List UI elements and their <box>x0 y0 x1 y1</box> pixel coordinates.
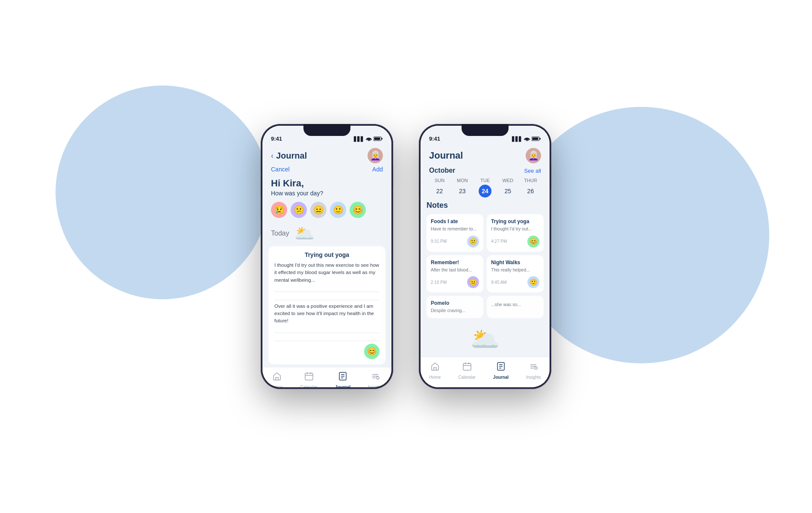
status-time-left: 9:41 <box>271 136 282 142</box>
svg-rect-9 <box>463 363 471 370</box>
note-walks-title: Night Walks <box>491 259 539 265</box>
nav-calendar-left[interactable]: Calendar <box>300 371 318 387</box>
day-tue[interactable]: TUE 24 <box>474 178 495 198</box>
day-name-mon: MON <box>457 178 468 183</box>
mood-happy[interactable]: 😊 <box>350 202 366 218</box>
cancel-button[interactable]: Cancel <box>271 166 290 173</box>
left-phone: 9:41 ▋▋▋ ‹ Journal <box>261 124 393 389</box>
status-icons-left: ▋▋▋ <box>354 136 383 142</box>
note-yoga-footer: 4:27 PM 😊 <box>491 236 539 248</box>
note-card-pomelo[interactable]: Pomelo Despite craving... <box>427 296 483 318</box>
notes-section: Notes Foods I ate Have to remember to...… <box>421 201 550 357</box>
day-thu[interactable]: THUR 26 <box>520 178 541 198</box>
journal-icon-right <box>496 362 506 374</box>
svg-rect-3 <box>305 373 313 380</box>
svg-point-11 <box>535 367 537 369</box>
day-name-sun: SUN <box>435 178 444 183</box>
nav-journal-label-left: Journal <box>335 385 350 387</box>
note-remember-title: Remember! <box>431 259 479 265</box>
nav-journal-right[interactable]: Journal <box>493 362 509 380</box>
bottom-nav-right: Home Calendar Journal <box>421 357 550 387</box>
see-all-button[interactable]: See all <box>524 168 541 174</box>
signal-icon-left: ▋▋▋ <box>354 136 364 142</box>
journal-icon-left <box>338 371 347 383</box>
note-foods-title: Foods I ate <box>431 218 479 224</box>
note-card-walks[interactable]: Night Walks This really helped... 9:45 A… <box>487 255 544 293</box>
note-yoga-time: 4:27 PM <box>491 239 507 244</box>
avatar-right[interactable]: 👩‍🦳 <box>526 148 541 163</box>
nav-insights-right[interactable]: Insights <box>526 362 541 380</box>
phone-vol-down-button-r <box>419 201 419 220</box>
svg-rect-7 <box>533 138 538 140</box>
mood-sad[interactable]: 😢 <box>271 202 287 218</box>
note-card-yoga[interactable]: Trying out yoga I thought I'd try out...… <box>487 214 544 252</box>
mood-unhappy[interactable]: 😕 <box>291 202 307 218</box>
calendar-icon-left <box>304 371 314 383</box>
note-title-left: Trying out yoga <box>274 251 380 258</box>
cloud-mascot-left: 🌥️ <box>294 224 315 243</box>
note-remember-preview: After the last blood... <box>431 267 479 273</box>
avatar-left[interactable]: 👩‍🦳 <box>368 148 383 163</box>
phone-vol-up-button <box>261 177 261 197</box>
phone-silent-button-r <box>419 158 419 171</box>
svg-rect-8 <box>540 138 541 140</box>
phone-power-button-r <box>551 167 551 188</box>
insights-icon-left <box>371 371 380 383</box>
left-journal-title: Journal <box>276 151 307 161</box>
nav-calendar-label-right: Calendar <box>458 375 476 380</box>
svg-point-5 <box>377 377 379 379</box>
day-num-mon: 23 <box>456 185 469 198</box>
left-header: ‹ Journal 👩‍🦳 <box>262 144 391 165</box>
note-foods-mood: 😕 <box>467 236 479 248</box>
calendar-icon-right <box>462 362 472 374</box>
right-phone-screen: 9:41 ▋▋▋ Journal 👩‍🦳 <box>421 126 550 387</box>
battery-icon-left <box>374 136 383 142</box>
note-line-2 <box>274 293 380 300</box>
mood-ok[interactable]: 🙂 <box>330 202 346 218</box>
nav-insights-left[interactable]: Insights <box>368 371 382 387</box>
note-foods-footer: 9:31 PM 😕 <box>431 236 479 248</box>
greeting-hi: Hi Kira, <box>271 178 383 189</box>
note-remember-footer: 2:10 PM 😐 <box>431 276 479 288</box>
note-remember-mood: 😐 <box>467 276 479 288</box>
bottom-nav-left: Home Calendar Journal <box>262 367 391 388</box>
note-yoga-mood: 😊 <box>527 236 539 248</box>
nav-calendar-right[interactable]: Calendar <box>458 362 476 380</box>
phone-power-button <box>393 167 393 188</box>
note-yoga-preview: I thought I'd try out... <box>491 226 539 232</box>
svg-rect-1 <box>374 138 380 140</box>
day-sun[interactable]: SUN 22 <box>429 178 450 198</box>
nav-journal-left[interactable]: Journal <box>335 371 350 387</box>
day-mon[interactable]: MON 23 <box>452 178 473 198</box>
note-walks-mood: 🙂 <box>527 276 539 288</box>
mood-neutral[interactable]: 😐 <box>310 202 327 218</box>
nav-home-left[interactable]: Home <box>271 371 283 387</box>
right-phone: 9:41 ▋▋▋ Journal 👩‍🦳 <box>419 124 551 389</box>
note-smiley-row: 😊 <box>274 344 380 359</box>
scene: 9:41 ▋▋▋ ‹ Journal <box>0 0 812 513</box>
note-pomelo-title: Pomelo <box>431 300 479 306</box>
svg-rect-2 <box>382 138 383 140</box>
note-card-remember[interactable]: Remember! After the last blood... 2:10 P… <box>427 255 483 293</box>
back-button[interactable]: ‹ <box>271 151 274 160</box>
decorative-circle-right <box>513 107 769 363</box>
note-line-1 <box>274 285 380 292</box>
today-label: Today <box>271 230 289 237</box>
cancel-add-row: Cancel Add <box>262 165 391 176</box>
add-button[interactable]: Add <box>372 166 383 173</box>
note-card-partial[interactable]: ...she was so... <box>487 296 544 318</box>
note-card-foods[interactable]: Foods I ate Have to remember to... 9:31 … <box>427 214 483 252</box>
note-card-left[interactable]: Trying out yoga I thought I'd try out th… <box>268 246 385 364</box>
note-body2-left: Over all it was a positive experience an… <box>274 303 380 325</box>
phone-notch <box>303 124 350 136</box>
month-label: October <box>429 167 455 174</box>
note-remember-time: 2:10 PM <box>431 280 447 285</box>
phones-container: 9:41 ▋▋▋ ‹ Journal <box>261 124 551 389</box>
day-wed[interactable]: WED 25 <box>497 178 518 198</box>
note-foods-preview: Have to remember to... <box>431 226 479 232</box>
nav-home-label-left: Home <box>271 385 283 387</box>
nav-calendar-label-left: Calendar <box>300 385 318 387</box>
nav-home-right[interactable]: Home <box>430 362 441 380</box>
battery-icon-right <box>532 136 541 142</box>
wifi-icon-left <box>366 136 372 142</box>
